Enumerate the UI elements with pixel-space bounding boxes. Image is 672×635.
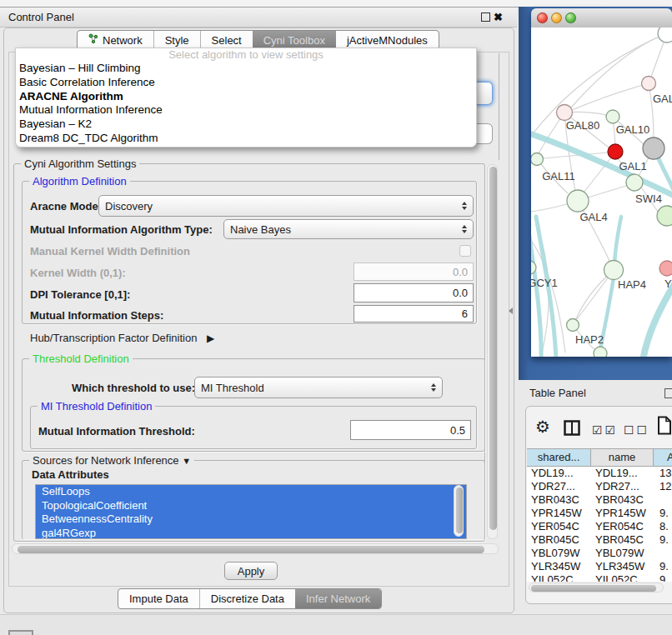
network-node-gal[interactable] bbox=[642, 77, 656, 91]
network-node-gal11[interactable] bbox=[531, 153, 544, 166]
deselect-all-checkboxes-icon[interactable]: ☐☐ bbox=[624, 422, 649, 438]
column-header[interactable]: A bbox=[654, 449, 672, 466]
aracne-mode-select[interactable]: Discovery bbox=[98, 195, 474, 217]
minimize-traffic-light-icon[interactable] bbox=[551, 12, 562, 23]
network-node[interactable] bbox=[608, 144, 623, 159]
minimized-panel-icon[interactable] bbox=[8, 630, 33, 635]
table-horizontal-scrollbar-thumb[interactable] bbox=[531, 585, 656, 592]
attribute-item[interactable]: SelfLoops bbox=[36, 485, 466, 499]
dropdown-item[interactable]: Bayesian – Hill Climbing bbox=[16, 62, 476, 76]
network-window[interactable]: GALGAL80GAL10GAL1GAL11SWI4GAL4GCY1HAP4YH… bbox=[531, 8, 672, 357]
close-traffic-light-icon[interactable] bbox=[537, 12, 548, 23]
network-node-hap4[interactable] bbox=[604, 261, 624, 280]
dropdown-item[interactable]: Dream8 DC_TDC Algorithm bbox=[16, 132, 476, 146]
apply-button[interactable]: Apply bbox=[224, 562, 278, 580]
mi-threshold-input[interactable]: 0.5 bbox=[350, 420, 471, 440]
network-node-label: GCY1 bbox=[531, 277, 558, 289]
network-node[interactable] bbox=[658, 28, 672, 42]
column-browser-icon[interactable] bbox=[564, 420, 580, 438]
attribute-item[interactable]: gal4RGexp bbox=[36, 527, 466, 540]
settings-horizontal-scrollbar[interactable] bbox=[12, 543, 499, 554]
network-node[interactable] bbox=[643, 138, 664, 159]
dropdown-item[interactable]: Mutual Information Inference bbox=[16, 103, 476, 118]
gear-icon[interactable]: ⚙ bbox=[535, 417, 550, 437]
network-node-gal80[interactable] bbox=[557, 105, 573, 121]
network-node[interactable] bbox=[594, 347, 607, 357]
table-row[interactable]: YPR145WYPR145W9. bbox=[527, 507, 672, 520]
which-threshold-select[interactable]: MI Threshold bbox=[194, 377, 443, 398]
network-node-hap2[interactable] bbox=[567, 319, 579, 332]
network-node-y[interactable] bbox=[659, 261, 672, 276]
mi-algorithm-type-select[interactable]: Naive Bayes bbox=[223, 219, 474, 239]
network-node-label: HAP4 bbox=[618, 278, 646, 291]
dpi-tolerance-value: 0.0 bbox=[453, 287, 468, 299]
table-cell: 9. bbox=[654, 560, 672, 573]
table-cell: YDR27... bbox=[527, 480, 591, 493]
table-header-row: shared...nameA bbox=[527, 448, 672, 467]
table-row[interactable]: YBR045CYBR045C9. bbox=[527, 533, 672, 547]
which-threshold-value: MI Threshold bbox=[201, 382, 264, 394]
sources-label: Sources for Network Inference bbox=[33, 454, 179, 467]
float-window-icon[interactable] bbox=[481, 12, 490, 22]
mi-steps-input[interactable]: 6 bbox=[354, 305, 474, 322]
table-cell bbox=[654, 547, 672, 560]
column-header[interactable]: name bbox=[591, 449, 654, 466]
table-cell: YPR145W bbox=[527, 507, 591, 520]
attributes-scrollbar-thumb[interactable] bbox=[456, 488, 463, 533]
table-row[interactable]: YBR043CYBR043C bbox=[527, 493, 672, 507]
sources-toggle[interactable]: Sources for Network Inference ▼ bbox=[29, 454, 194, 467]
tab-label: Impute Data bbox=[129, 589, 188, 608]
tab-impute-data[interactable]: Impute Data bbox=[118, 589, 199, 608]
network-node-gal10[interactable] bbox=[606, 110, 619, 123]
table-panel-float-icon[interactable] bbox=[664, 388, 672, 398]
network-node-gal1[interactable] bbox=[626, 174, 643, 191]
network-canvas-svg: GALGAL80GAL10GAL1GAL11SWI4GAL4GCY1HAP4YH… bbox=[531, 28, 672, 357]
attribute-item[interactable]: TopologicalCoefficient bbox=[36, 499, 466, 513]
manual-kernel-width-label: Manual Kernel Width Definition bbox=[30, 245, 190, 258]
tab-discretize-data[interactable]: Discretize Data bbox=[199, 589, 295, 608]
kernel-width-input: 0.0 bbox=[354, 262, 474, 281]
network-edge[interactable] bbox=[588, 186, 626, 198]
table-row[interactable]: YIL052CYIL052C9 bbox=[527, 573, 672, 582]
attributes-scrollbar[interactable] bbox=[454, 485, 464, 537]
dropdown-item[interactable]: Bayesian – K2 bbox=[16, 118, 476, 132]
network-node-label: Y bbox=[664, 278, 672, 290]
settings-vertical-scrollbar-thumb[interactable] bbox=[489, 167, 497, 530]
mi-algorithm-type-value: Naive Bayes bbox=[230, 223, 291, 236]
table-row[interactable]: YLR345WYLR345W9. bbox=[527, 560, 672, 573]
table-cell: 9. bbox=[654, 533, 672, 547]
zoom-traffic-light-icon[interactable] bbox=[565, 12, 576, 23]
table-row[interactable]: YDL19...YDL19...13 bbox=[527, 467, 672, 480]
mi-algorithm-type-label: Mutual Information Algorithm Type: bbox=[30, 223, 213, 236]
select-all-checkboxes-icon[interactable]: ☑☑ bbox=[592, 422, 618, 438]
table-row[interactable]: YDR27...YDR27...12 bbox=[527, 480, 672, 493]
settings-horizontal-scrollbar-thumb[interactable] bbox=[18, 546, 484, 553]
settings-vertical-scrollbar[interactable] bbox=[487, 164, 498, 539]
split-pane-handle-icon[interactable] bbox=[509, 308, 513, 314]
attribute-item[interactable]: BetweennessCentrality bbox=[36, 512, 466, 527]
dropdown-item[interactable]: Basic Correlation Inference bbox=[16, 76, 476, 90]
algorithm-definition-label: Algorithm Definition bbox=[29, 175, 130, 188]
expand-down-arrow-icon: ▼ bbox=[182, 456, 191, 466]
dropdown-item[interactable]: ARACNE Algorithm bbox=[16, 90, 476, 104]
dpi-tolerance-input[interactable]: 0.0 bbox=[354, 283, 474, 302]
column-header[interactable]: shared... bbox=[527, 449, 591, 466]
data-attributes-list[interactable]: SelfLoopsTopologicalCoefficientBetweenne… bbox=[35, 484, 467, 539]
table-rows: YDL19...YDL19...13YDR27...YDR27...12YBR0… bbox=[527, 467, 672, 582]
hub-definition-toggle[interactable]: Hub/Transcription Factor Definition ▶ bbox=[30, 332, 214, 344]
network-edge[interactable] bbox=[572, 83, 649, 110]
tab-infer-network[interactable]: Infer Network bbox=[295, 589, 381, 608]
close-icon[interactable]: ✖ bbox=[494, 8, 503, 27]
table-row[interactable]: YBL079WYBL079W bbox=[527, 547, 672, 560]
network-node-gal4[interactable] bbox=[567, 190, 589, 212]
table-cell: YBL079W bbox=[591, 547, 654, 560]
table-row[interactable]: YER054CYER054C8. bbox=[527, 520, 672, 533]
network-node-swi4[interactable] bbox=[657, 206, 672, 226]
table-cell: YLR345W bbox=[527, 560, 591, 573]
document-icon[interactable] bbox=[657, 416, 672, 438]
table-cell bbox=[654, 493, 672, 507]
network-canvas[interactable]: GALGAL80GAL10GAL1GAL11SWI4GAL4GCY1HAP4YH… bbox=[531, 28, 672, 357]
table-horizontal-scrollbar[interactable] bbox=[529, 582, 664, 592]
network-edge-highlighted[interactable] bbox=[643, 280, 672, 357]
table-cell: 13 bbox=[654, 467, 672, 480]
